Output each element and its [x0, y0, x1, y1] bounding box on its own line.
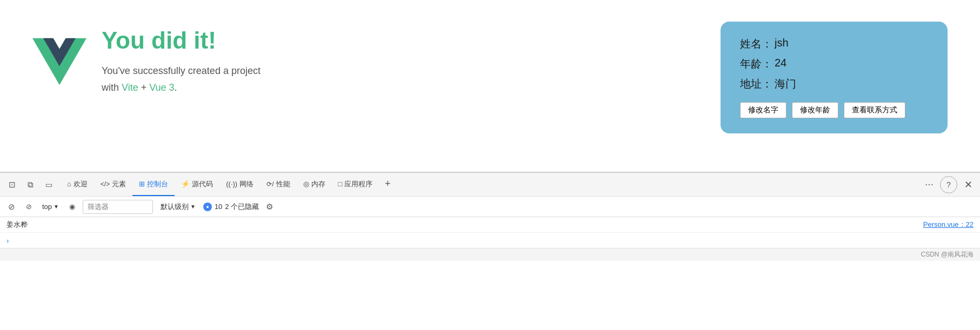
console-log-text: 姜水桦 — [6, 220, 28, 230]
tab-performance[interactable]: ⟳/ 性能 — [260, 173, 296, 196]
error-count: 10 — [215, 203, 222, 211]
source-link[interactable]: Person.vue：22 — [923, 220, 974, 230]
age-value: 24 — [775, 57, 786, 71]
sources-icon: ⚡ — [181, 180, 190, 188]
address-label: 地址： — [740, 77, 772, 91]
tab-sources-label: 源代码 — [192, 179, 213, 189]
tab-network-label: 网络 — [239, 179, 254, 189]
network-icon: ((·)) — [226, 180, 237, 188]
clear-console-button[interactable]: ⊘ — [4, 200, 18, 214]
devtools-toolbar: ⊘ ⊘ top ▼ ◉ 默认级别 ▼ ● 10 2 个已隐藏 ⚙ — [0, 197, 980, 217]
vue-logo — [32, 37, 86, 86]
change-name-button[interactable]: 修改名字 — [740, 102, 786, 118]
prompt-arrow-icon: › — [6, 237, 9, 245]
elements-icon: </> — [101, 180, 110, 188]
tab-console-label: 控制台 — [147, 179, 168, 189]
tab-network[interactable]: ((·)) 网络 — [219, 173, 260, 196]
level-dropdown-arrow: ▼ — [190, 204, 196, 210]
filter-input[interactable] — [83, 200, 153, 214]
context-selector[interactable]: top ▼ — [39, 199, 62, 214]
hero-title: You did it! — [102, 27, 261, 54]
level-label: 默认级别 — [161, 202, 189, 212]
tab-elements-label: 元素 — [112, 179, 126, 189]
tab-memory-label: 内存 — [311, 179, 325, 189]
attribution-text: CSDN @南风花海 — [921, 250, 974, 259]
application-icon: □ — [338, 180, 343, 188]
name-value: jsh — [775, 37, 789, 51]
tab-application-label: 应用程序 — [344, 179, 372, 189]
more-options-icon[interactable]: ⋯ — [921, 176, 938, 193]
tab-console[interactable]: ⊞ 控制台 — [132, 173, 175, 196]
console-tab-icon: ⊞ — [139, 180, 145, 188]
error-count-dot: ● — [203, 203, 212, 211]
change-age-button[interactable]: 修改年龄 — [792, 102, 838, 118]
copy-icon[interactable]: ⧉ — [22, 176, 39, 193]
vite-link: Vite — [122, 82, 138, 93]
age-label: 年龄： — [740, 57, 772, 71]
devtools-right-controls: ⋯ ? ✕ — [921, 176, 977, 193]
tab-performance-label: 性能 — [276, 179, 290, 189]
info-address-row: 地址： 海门 — [740, 77, 928, 91]
address-value: 海门 — [775, 77, 796, 91]
console-output-area: 姜水桦 Person.vue：22 › — [0, 217, 980, 248]
info-buttons: 修改名字 修改年龄 查看联系方式 — [740, 102, 928, 118]
log-level-selector[interactable]: 默认级别 ▼ — [156, 199, 200, 214]
tab-application[interactable]: □ 应用程序 — [332, 173, 379, 196]
main-content: You did it! You've successfully created … — [0, 0, 980, 172]
help-icon[interactable]: ? — [940, 176, 957, 193]
eye-icon[interactable]: ◉ — [65, 200, 79, 214]
info-card: 姓名： jsh 年龄： 24 地址： 海门 修改名字 修改年龄 查看联系方式 — [721, 22, 948, 133]
bottom-attribution-bar: CSDN @南风花海 — [0, 248, 980, 261]
close-devtools-icon[interactable]: ✕ — [959, 176, 977, 193]
cursor-icon[interactable]: ⊡ — [3, 176, 21, 193]
info-age-row: 年龄： 24 — [740, 57, 928, 71]
tab-welcome-label: 欢迎 — [74, 179, 88, 189]
memory-icon: ◎ — [303, 180, 309, 188]
performance-icon: ⟳/ — [266, 180, 274, 188]
console-prompt-line: › — [0, 233, 980, 248]
settings-gear-icon[interactable]: ⚙ — [262, 200, 276, 214]
console-log-line: 姜水桦 Person.vue：22 — [0, 217, 980, 233]
device-icon[interactable]: ▭ — [40, 176, 57, 193]
devtools-icons-left: ⊡ ⧉ ▭ — [3, 176, 57, 193]
tab-elements[interactable]: </> 元素 — [94, 173, 132, 196]
tab-welcome[interactable]: ⌂ 欢迎 — [61, 173, 94, 196]
info-name-row: 姓名： jsh — [740, 37, 928, 51]
hero-section: You did it! You've successfully created … — [32, 27, 261, 96]
hidden-count: 2 个已隐藏 — [225, 202, 259, 212]
tab-add[interactable]: + — [379, 173, 396, 196]
hero-text: You did it! You've successfully created … — [102, 27, 261, 96]
filter-toggle-button[interactable]: ⊘ — [22, 200, 36, 214]
name-label: 姓名： — [740, 37, 772, 51]
error-badge: ● 10 2 个已隐藏 — [203, 202, 259, 212]
top-label: top — [42, 203, 52, 211]
hero-description: You've successfully created a project wi… — [102, 63, 261, 96]
tab-memory[interactable]: ◎ 内存 — [297, 173, 332, 196]
view-contact-button[interactable]: 查看联系方式 — [844, 102, 905, 118]
welcome-icon: ⌂ — [67, 180, 71, 188]
vue-link: Vue 3 — [149, 82, 174, 93]
devtools-tabbar: ⊡ ⧉ ▭ ⌂ 欢迎 </> 元素 ⊞ 控制台 ⚡ 源代码 ((·)) 网络 ⟳… — [0, 173, 980, 197]
context-dropdown-arrow: ▼ — [54, 204, 59, 210]
devtools-panel: ⊡ ⧉ ▭ ⌂ 欢迎 </> 元素 ⊞ 控制台 ⚡ 源代码 ((·)) 网络 ⟳… — [0, 172, 980, 261]
tab-sources[interactable]: ⚡ 源代码 — [175, 173, 219, 196]
